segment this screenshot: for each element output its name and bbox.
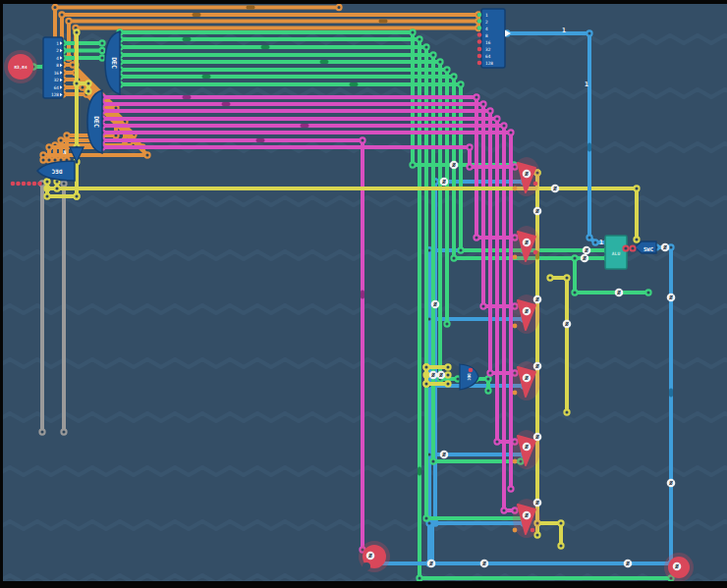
component-register-node[interactable]: R3,R4	[4, 50, 37, 83]
row-label: 1	[485, 13, 488, 18]
wire-junction[interactable]	[634, 237, 639, 241]
wire-junction[interactable]	[444, 67, 449, 72]
wire-junction[interactable]	[485, 388, 490, 393]
component-byte-splitter-left[interactable]: 1248163264128	[43, 37, 63, 98]
wire-gray[interactable]	[61, 181, 66, 434]
wire-junction[interactable]	[44, 193, 49, 198]
wire-junction[interactable]	[558, 520, 563, 525]
wire-junction[interactable]	[99, 55, 104, 60]
wire-junction[interactable]	[70, 62, 75, 67]
wire-junction[interactable]	[494, 439, 499, 444]
wire-junction[interactable]	[494, 116, 499, 121]
wire-junction[interactable]	[410, 162, 415, 167]
circuit-canvas[interactable]: DECDECDECDEC12481632641281248163264128NA…	[0, 0, 727, 588]
wire-junction[interactable]	[480, 101, 485, 106]
value-label-one: 1	[585, 80, 588, 88]
wire-junction[interactable]	[66, 19, 71, 24]
wire-junction[interactable]	[458, 247, 463, 252]
wire-junction[interactable]	[44, 179, 49, 184]
wire-junction[interactable]	[74, 80, 79, 85]
wire-junction[interactable]	[417, 36, 421, 41]
wire-junction[interactable]	[487, 370, 492, 375]
wire-junction[interactable]	[423, 364, 428, 369]
wire-signal-tick	[669, 389, 673, 398]
wire-junction[interactable]	[64, 133, 69, 137]
wire-junction[interactable]	[46, 144, 51, 149]
wire-junction[interactable]	[501, 508, 506, 512]
component-alu[interactable]: ALU	[605, 236, 627, 269]
wire-gray[interactable]	[39, 181, 44, 434]
wire-yellow[interactable]	[54, 179, 59, 190]
wire-junction[interactable]	[587, 235, 591, 240]
wire-junction[interactable]	[587, 30, 591, 35]
wire-junction[interactable]	[59, 12, 64, 17]
wire-junction[interactable]	[451, 74, 456, 79]
wire-junction[interactable]	[61, 181, 66, 186]
wire-junction[interactable]	[423, 381, 428, 386]
wire-junction[interactable]	[487, 108, 492, 113]
wire-junction[interactable]	[508, 486, 513, 491]
wire-junction[interactable]	[445, 372, 450, 377]
wire-green[interactable]	[60, 48, 104, 53]
wire-junction[interactable]	[634, 186, 639, 190]
wire-junction[interactable]	[572, 290, 577, 294]
wire-junction[interactable]	[430, 52, 435, 57]
wire-junction[interactable]	[423, 44, 428, 49]
wire-junction[interactable]	[40, 157, 45, 162]
wire-junction[interactable]	[144, 152, 149, 157]
wire-cyan[interactable]	[429, 520, 434, 565]
wire-yellow[interactable]	[74, 29, 79, 149]
wire-green[interactable]	[60, 55, 104, 60]
wire-junction[interactable]	[430, 458, 435, 463]
wire-junction[interactable]	[572, 255, 577, 260]
wire-junction[interactable]	[85, 88, 90, 93]
wire-yellow[interactable]	[423, 364, 428, 386]
wire-junction[interactable]	[52, 5, 57, 10]
wire-junction[interactable]	[61, 429, 66, 434]
wire-junction[interactable]	[80, 84, 84, 89]
wire-junction[interactable]	[74, 193, 79, 198]
value-badge: 0	[431, 300, 440, 309]
wire-junction[interactable]	[451, 255, 456, 260]
wire-junction[interactable]	[437, 59, 442, 64]
wire-junction[interactable]	[645, 290, 650, 294]
wire-junction[interactable]	[417, 575, 421, 580]
wire-junction[interactable]	[85, 80, 90, 85]
wire-junction[interactable]	[336, 5, 341, 10]
wire-junction[interactable]	[564, 275, 569, 280]
wire-junction[interactable]	[99, 40, 104, 45]
wire-junction[interactable]	[474, 235, 478, 240]
wire-junction[interactable]	[508, 130, 513, 134]
wire-junction[interactable]	[445, 381, 450, 386]
wire-junction[interactable]	[410, 29, 415, 34]
wire-junction[interactable]	[485, 376, 490, 381]
wire-junction[interactable]	[58, 137, 63, 142]
row-label: 128	[485, 61, 493, 66]
wire-cyan[interactable]	[426, 520, 526, 525]
wire-junction[interactable]	[423, 515, 428, 520]
wire-junction[interactable]	[564, 409, 569, 414]
splitter-body[interactable]	[481, 9, 505, 68]
wire-junction[interactable]	[458, 81, 463, 86]
wire-junction[interactable]	[558, 543, 563, 548]
wire-junction[interactable]	[74, 29, 79, 34]
decoder-label: DEC	[51, 168, 62, 175]
wire-green[interactable]	[60, 40, 104, 45]
row-label: 1	[56, 41, 59, 46]
wire-junction[interactable]	[99, 48, 104, 53]
wire-junction[interactable]	[474, 94, 478, 99]
wire-junction[interactable]	[444, 321, 449, 326]
wire-junction[interactable]	[360, 137, 364, 142]
wire-junction[interactable]	[467, 164, 472, 169]
wire-junction[interactable]	[592, 240, 597, 244]
wire-junction[interactable]	[445, 364, 450, 369]
wire-junction[interactable]	[547, 275, 552, 280]
wire-junction[interactable]	[46, 157, 51, 162]
wire-junction[interactable]	[480, 303, 485, 308]
wire-junction[interactable]	[501, 123, 506, 128]
wire-junction[interactable]	[54, 186, 59, 190]
wire-junction[interactable]	[39, 429, 44, 434]
wire-yellow[interactable]	[534, 170, 539, 537]
wire-junction[interactable]	[534, 532, 539, 537]
wire-junction[interactable]	[467, 144, 472, 149]
